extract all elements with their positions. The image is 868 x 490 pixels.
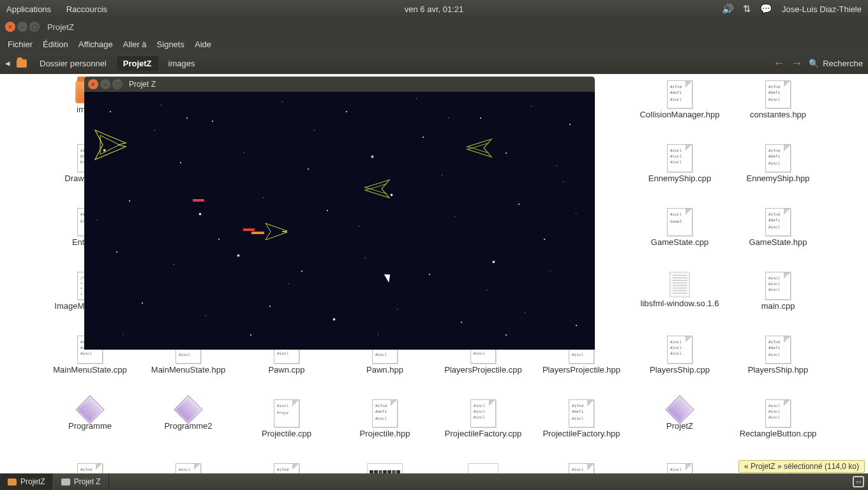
file-item[interactable]: #incl#incl#inclEnnemyShip.cpp <box>631 144 729 208</box>
file-item[interactable]: #incl#incl#inclmain.cpp <box>729 272 827 336</box>
file-item[interactable]: #ifnd#defi#inclProjectile.hpp <box>336 399 434 463</box>
file-label: MainMenuState.cpp <box>53 366 127 375</box>
task-nautilus[interactable]: ProjetZ <box>0 473 53 490</box>
star <box>550 271 551 271</box>
status-selection: « ProjetZ » sélectionné (114,0 ko) <box>738 460 865 473</box>
game-minimize-button[interactable]: – <box>100 79 110 89</box>
star <box>154 130 155 131</box>
menu-bookmarks[interactable]: Signets <box>152 40 190 49</box>
nav-forward-icon[interactable]: → <box>791 57 802 70</box>
star <box>448 117 449 118</box>
search-button[interactable]: 🔍 Recherche <box>809 59 863 68</box>
star <box>576 213 576 214</box>
star <box>308 168 309 170</box>
star <box>123 334 123 335</box>
file-item[interactable]: ProjetZ <box>631 399 729 463</box>
game-maximize-button[interactable]: ▢ <box>112 79 123 89</box>
maximize-button[interactable]: ▢ <box>29 22 40 32</box>
star <box>493 261 495 263</box>
nautilus-titlebar[interactable]: × – ▢ ProjetZ <box>0 18 868 36</box>
crumb-home[interactable]: Dossier personnel <box>33 56 113 71</box>
menu-file[interactable]: Fichier <box>3 40 38 49</box>
file-label: Projectile.hpp <box>360 429 410 439</box>
file-label: RectangleButton.cpp <box>740 429 817 439</box>
chat-icon[interactable]: 💬 <box>759 3 773 15</box>
file-item[interactable] <box>434 463 532 473</box>
crumb-next[interactable]: images <box>162 56 202 71</box>
file-label: PlayersProjectile.hpp <box>542 366 620 375</box>
menu-edit[interactable]: Édition <box>38 40 73 49</box>
star <box>563 181 564 182</box>
file-item[interactable]: #inclProjeProjectile.cpp <box>237 399 336 463</box>
network-icon[interactable]: ⇅ <box>740 3 754 15</box>
game-canvas[interactable] <box>84 92 595 350</box>
file-item[interactable]: #incl#incl#inclRectangleButton.cpp <box>729 399 827 463</box>
file-item[interactable]: #ifnd#defi#inclconstantes.hpp <box>729 80 827 144</box>
game-titlebar[interactable]: × – ▢ Projet Z <box>84 77 595 92</box>
minimize-button[interactable]: – <box>17 22 27 32</box>
star <box>525 312 525 313</box>
file-label: PlayersProjectile.cpp <box>444 366 521 375</box>
file-item[interactable]: #ifnd#defi#inclGameState.hpp <box>729 208 827 272</box>
library-icon <box>670 272 690 297</box>
back-icon[interactable]: ◂ <box>5 57 10 69</box>
file-item[interactable]: #inclGameSGameState.cpp <box>631 208 729 272</box>
source-file-icon: #incl#incl#incl <box>569 463 594 473</box>
star <box>391 194 393 196</box>
star <box>97 219 98 220</box>
file-item[interactable]: #ifnd#defi#inclProjectileFactory.hpp <box>532 399 631 463</box>
star <box>346 111 347 112</box>
user-menu[interactable]: Jose-Luis Diaz-Thiele <box>782 4 862 14</box>
file-label: MainMenuState.hpp <box>151 366 225 375</box>
menu-go[interactable]: Aller à <box>118 40 152 49</box>
file-item[interactable]: Programme <box>41 399 139 463</box>
file-item[interactable]: #ifnd#defi#inclEnnemyShip.hpp <box>729 144 827 208</box>
show-desktop-icon[interactable]: ▭ <box>853 476 864 487</box>
clock[interactable]: ven 6 avr, 01:21 <box>405 4 464 14</box>
file-label: constantes.hpp <box>750 110 806 120</box>
star <box>454 216 455 217</box>
game-close-button[interactable]: × <box>88 79 98 89</box>
task-projetz[interactable]: Projet Z <box>53 473 109 490</box>
applications-menu[interactable]: Applications <box>6 4 51 14</box>
menu-view[interactable]: Affichage <box>73 40 118 49</box>
file-label: PlayersShip.hpp <box>748 366 809 375</box>
file-item[interactable]: #ifnd#defi#incl <box>237 463 336 473</box>
source-file-icon: #incl#incl#incl <box>470 399 496 427</box>
gnome-top-panel: Applications Raccourcis ven 6 avr, 01:21… <box>0 0 868 18</box>
file-item[interactable]: #incl#incl#incl <box>532 463 631 473</box>
crumb-current[interactable]: ProjetZ <box>117 56 158 71</box>
image-thumbnail-icon <box>367 463 403 473</box>
source-file-icon: #ifnd#defi#incl <box>667 80 692 108</box>
star <box>397 309 398 309</box>
close-button[interactable]: × <box>5 22 15 32</box>
file-item[interactable]: #inclShip: <box>139 463 237 473</box>
star <box>186 117 188 119</box>
volume-icon[interactable]: 🔊 <box>721 3 735 15</box>
menu-help[interactable]: Aide <box>190 40 216 49</box>
star <box>174 264 174 265</box>
file-item[interactable]: #incl#incl#incl <box>631 463 729 473</box>
file-item[interactable]: #incl#incl#inclPlayersShip.cpp <box>631 336 729 399</box>
file-item[interactable]: #ifnd#defi#incl <box>41 463 139 473</box>
player-ship <box>94 129 130 161</box>
toolbar: ◂ Dossier personnel ProjetZ images ← → 🔍… <box>0 52 868 74</box>
file-item[interactable]: libsfml-window.so.1.6 <box>631 272 729 336</box>
nav-back-icon[interactable]: ← <box>773 57 784 70</box>
source-file-icon: #incl#incl#incl <box>667 336 692 364</box>
file-label: GameState.hpp <box>749 238 807 248</box>
game-window[interactable]: × – ▢ Projet Z <box>84 77 595 350</box>
file-item[interactable]: #ifnd#defi#inclPlayersShip.hpp <box>729 336 827 399</box>
file-item[interactable]: #ifnd#defi#inclCollisionManager.hpp <box>631 80 729 144</box>
star <box>569 124 571 125</box>
projectile <box>193 199 204 202</box>
source-file-icon: #ifnd#defi#incl <box>274 463 299 473</box>
home-icon[interactable] <box>17 59 27 68</box>
projectile <box>251 232 264 234</box>
places-menu[interactable]: Raccourcis <box>66 4 107 14</box>
star <box>301 271 303 272</box>
file-item[interactable] <box>336 463 434 473</box>
file-item[interactable]: #incl#incl#inclProjectileFactory.cpp <box>434 399 532 463</box>
file-item[interactable]: Programme2 <box>139 399 237 463</box>
star <box>505 152 507 154</box>
